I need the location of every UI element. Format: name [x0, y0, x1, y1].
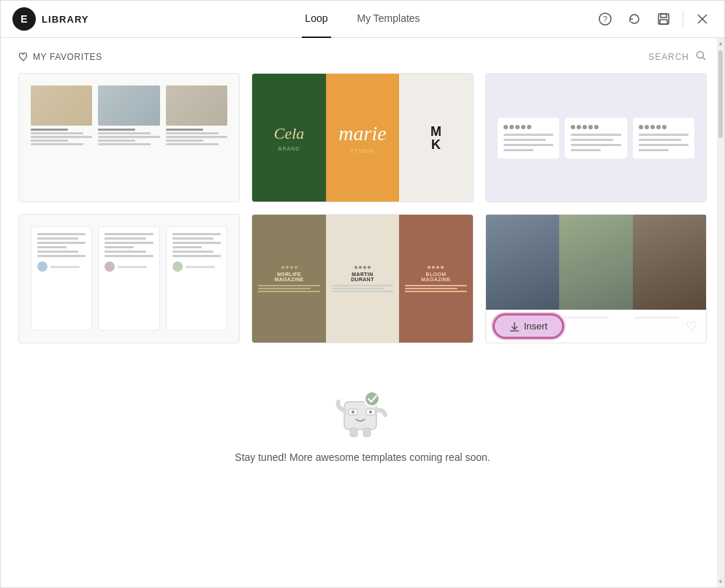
favorites-label: MY FAVORITES: [33, 52, 102, 62]
svg-point-7: [697, 52, 704, 58]
insert-label: Insert: [524, 321, 548, 332]
header-right: ?: [566, 9, 713, 29]
favorite-button[interactable]: ♡: [686, 318, 697, 335]
template-card-articles[interactable]: Insert ♡: [485, 214, 707, 343]
template-card-profiles[interactable]: [18, 214, 240, 343]
search-area: SEARCH: [648, 50, 707, 64]
svg-point-15: [369, 411, 372, 413]
header-tabs: Loop My Templates: [159, 1, 566, 38]
header: E LIBRARY Loop My Templates ?: [1, 1, 724, 38]
logo-icon: E: [12, 7, 36, 31]
header-left: E LIBRARY: [12, 7, 159, 31]
svg-rect-17: [350, 428, 357, 437]
help-button[interactable]: ?: [595, 9, 615, 29]
favorites-button[interactable]: MY FAVORITES: [18, 52, 102, 62]
scroll-thumb[interactable]: [718, 50, 723, 138]
search-button[interactable]: [695, 50, 707, 64]
template-grid: Cela BRAND marie STUDIO M K: [18, 73, 707, 343]
header-divider: [683, 10, 683, 28]
svg-line-8: [703, 58, 706, 61]
refresh-button[interactable]: [624, 9, 645, 29]
svg-rect-4: [660, 20, 667, 24]
svg-point-16: [365, 392, 379, 406]
save-button[interactable]: [653, 9, 674, 29]
search-label: SEARCH: [648, 52, 689, 62]
svg-rect-3: [661, 14, 667, 18]
svg-rect-18: [363, 428, 371, 437]
content-area: MY FAVORITES SEARCH: [1, 38, 724, 587]
insert-button[interactable]: Insert: [495, 316, 563, 337]
svg-point-14: [352, 411, 354, 413]
scroll-up-arrow[interactable]: ▲: [717, 38, 724, 49]
coming-soon-text: Stay tuned! More awesome templates comin…: [235, 451, 490, 463]
mascot-illustration: [330, 381, 395, 440]
template-card-magazine[interactable]: NORLIFEMAGAZINE MARTINDURANT: [251, 214, 473, 343]
insert-overlay: Insert ♡: [486, 310, 706, 343]
scrollbar[interactable]: ▲ ▼: [717, 38, 724, 587]
template-card-brand[interactable]: Cela BRAND marie STUDIO M K: [251, 73, 473, 202]
template-card-testimonials[interactable]: [485, 73, 707, 202]
app-window: E LIBRARY Loop My Templates ?: [0, 0, 725, 588]
toolbar: MY FAVORITES SEARCH: [18, 38, 707, 73]
coming-soon-section: Stay tuned! More awesome templates comin…: [18, 367, 707, 492]
close-button[interactable]: [692, 9, 713, 29]
template-card-food[interactable]: [18, 73, 240, 202]
library-label: LIBRARY: [42, 14, 89, 25]
svg-text:?: ?: [603, 15, 607, 23]
scroll-down-arrow[interactable]: ▼: [717, 576, 724, 587]
tab-my-templates[interactable]: My Templates: [354, 1, 423, 38]
tab-loop[interactable]: Loop: [302, 1, 330, 38]
